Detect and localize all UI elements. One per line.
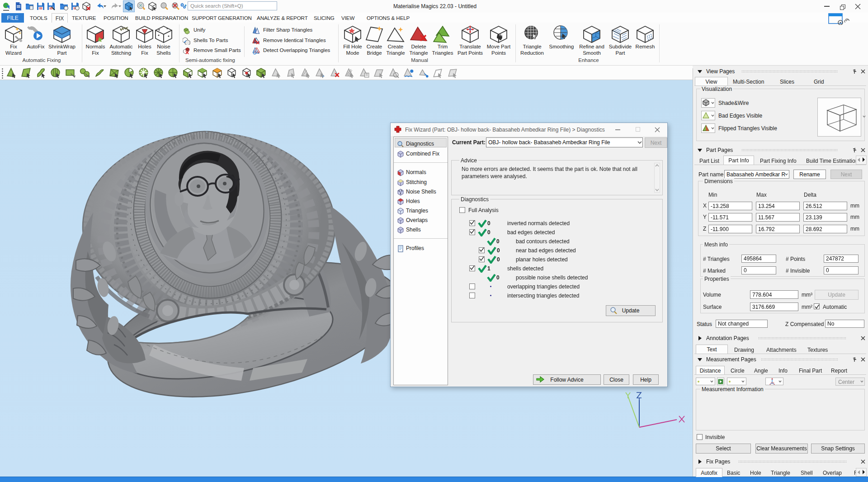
svg-text:xyz: xyz bbox=[771, 381, 774, 384]
